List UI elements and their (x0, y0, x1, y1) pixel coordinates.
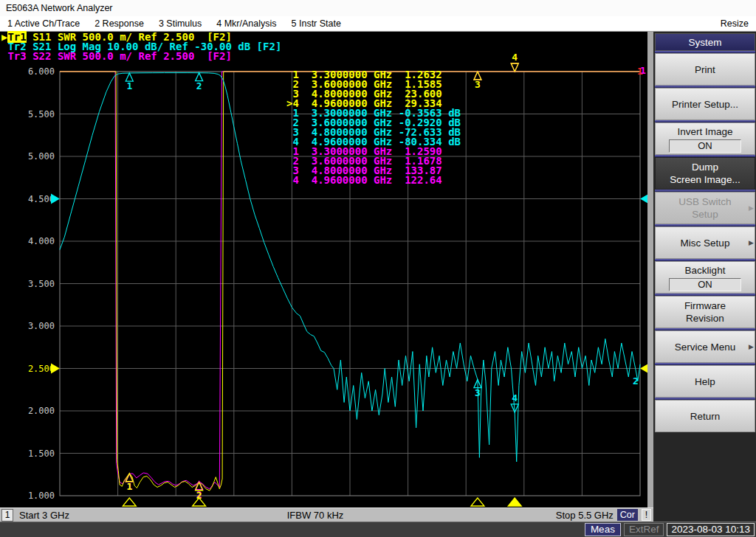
softkey-toggle-state: ON (669, 278, 741, 291)
status-bar: 1 Start 3 GHz IFBW 70 kHz Stop 5.5 GHz C… (0, 507, 653, 522)
right-edge-trace-label: 2 (633, 375, 639, 387)
window-title: E5063A Network Analyzer (0, 0, 756, 16)
correction-badge: Cor (617, 509, 638, 521)
softkey-usb-switch-setup[interactable]: USB SwitchSetup▶ (655, 192, 755, 224)
softkey-label: Return (690, 410, 721, 423)
y-axis-tick: 2.000 (28, 406, 55, 416)
y-axis-tick: 4.000 (28, 236, 55, 246)
softkey-label: Firmware (684, 299, 726, 312)
softkey-label: System (688, 36, 721, 49)
menubar: 1 Active Ch/Trace 2 Response 3 Stimulus … (0, 16, 756, 32)
stop-frequency[interactable]: Stop 5.5 GHz (556, 510, 614, 521)
marker-4-triangle-icon[interactable] (511, 63, 518, 72)
submenu-arrow-icon: ▶ (749, 343, 754, 350)
marker-1-label: 1 (126, 80, 132, 91)
trace-settings-text: S22 SWR 500.0 m/ Ref 2.500 [F2] (27, 50, 232, 62)
channel-indicator: 1 (1, 509, 13, 522)
marker-2-label: 2 (196, 490, 202, 501)
softkey-label: Screen Image... (670, 173, 740, 186)
trace-legend: ▶Tr1 S11 SWR 500.0 m/ Ref 2.500 [F2] Tr2… (1, 32, 281, 61)
softkey-toggle-state: ON (669, 139, 741, 153)
y-axis-tick: 3.500 (28, 279, 55, 289)
marker-table: 1 3.3000000 GHz 1.2632 2 3.6000000 GHz 1… (286, 70, 461, 185)
submenu-arrow-icon: ▶ (749, 239, 754, 246)
marker-3-label: 3 (475, 79, 481, 90)
softkey-label: Print (695, 63, 715, 76)
softkey-misc-setup[interactable]: Misc Setup▶ (655, 226, 755, 259)
marker-4-label: 4 (512, 392, 518, 403)
y-axis-tick: 6.000 (28, 66, 55, 77)
softkey-label: Misc Setup (681, 237, 730, 249)
menu-item-instr-state[interactable]: 5 Instr State (292, 18, 341, 29)
softkey-sidebar: SystemPrintPrinter Setup...Invert ImageO… (653, 32, 756, 522)
channel-number-label: 1 (637, 66, 643, 77)
y-axis-tick: 2.500 (28, 364, 55, 374)
y-axis-tick: 1.000 (28, 491, 55, 501)
marker-readout-row: 4 4.9600000 GHz 122.64 (286, 176, 461, 185)
status-right-group: Stop 5.5 GHz Cor ! (556, 509, 651, 521)
y-axis-tick: 3.000 (28, 321, 55, 331)
softkey-system[interactable]: System (655, 33, 755, 51)
trace-name: Tr3 (7, 50, 26, 62)
submenu-arrow-icon: ▶ (749, 204, 754, 212)
menu-item-active-ch-trace[interactable]: 1 Active Ch/Trace (7, 18, 80, 29)
marker-4-triangle-icon[interactable] (511, 63, 518, 72)
legend-line-tr3[interactable]: Tr3 S22 SWR 500.0 m/ Ref 2.500 [F2] (1, 52, 281, 61)
softkey-firmware-revision[interactable]: FirmwareRevision (655, 296, 755, 328)
menu-item-mkr-analysis[interactable]: 4 Mkr/Analysis (216, 18, 276, 29)
softkey-backlight[interactable]: BacklightON (655, 261, 755, 294)
softkey-service-menu[interactable]: Service Menu▶ (655, 330, 755, 363)
display-sidebar-divider (647, 32, 653, 507)
softkey-printer-setup[interactable]: Printer Setup... (655, 88, 755, 120)
softkey-label: Setup (692, 208, 718, 221)
stimulus-marker-icon[interactable] (508, 498, 521, 506)
extref-status-badge: ExtRef (624, 523, 664, 536)
ref-level-arrow-left-icon (51, 364, 60, 374)
softkey-label: Backlight (685, 264, 726, 277)
instrument-screen: 6.0005.5005.0004.5004.0003.5003.0002.500… (0, 32, 756, 522)
softkey-label: Revision (686, 312, 724, 325)
marker-3-label: 3 (475, 387, 481, 398)
bottom-bar: Meas ExtRef 2023-08-03 10:13 (0, 522, 756, 537)
y-axis-tick: 4.500 (28, 194, 55, 204)
softkey-label: Invert Image (677, 125, 732, 138)
menu-item-response[interactable]: 2 Response (94, 18, 144, 29)
datetime-display: 2023-08-03 10:13 (667, 523, 755, 536)
resize-control[interactable]: Resize (721, 18, 749, 29)
softkey-label: Dump (692, 161, 718, 173)
stimulus-marker-icon[interactable] (123, 498, 136, 506)
softkey-label: Help (695, 375, 715, 388)
softkey-label: USB Switch (678, 195, 731, 208)
softkey-label: Service Menu (675, 341, 736, 353)
stimulus-marker-icon[interactable] (471, 498, 484, 506)
softkey-print[interactable]: Print (655, 53, 755, 86)
marker-1-label: 1 (126, 481, 132, 492)
y-axis-tick: 5.500 (28, 109, 55, 119)
marker-4-label: 4 (512, 52, 518, 63)
ref-level-arrow-left-icon (51, 194, 60, 204)
display-area: 6.0005.5005.0004.5004.0003.5003.0002.500… (0, 32, 653, 522)
softkey-label: Printer Setup... (672, 98, 738, 111)
softkey-help[interactable]: Help (655, 365, 755, 398)
meas-status-badge: Meas (585, 523, 621, 536)
y-axis-tick: 5.000 (28, 151, 55, 162)
softkey-dump-screen-image[interactable]: DumpScreen Image... (655, 157, 755, 190)
marker-2-label: 2 (196, 80, 202, 91)
softkey-invert-image[interactable]: Invert ImageON (655, 122, 755, 155)
app-window: E5063A Network Analyzer 1 Active Ch/Trac… (0, 0, 756, 537)
softkey-return[interactable]: Return (655, 400, 755, 432)
y-axis-tick: 1.500 (28, 448, 55, 459)
menu-item-stimulus[interactable]: 3 Stimulus (159, 18, 202, 29)
alert-badge: ! (642, 509, 651, 521)
start-frequency[interactable]: Start 3 GHz (19, 510, 69, 521)
ifbw-value[interactable]: IFBW 70 kHz (287, 510, 344, 521)
